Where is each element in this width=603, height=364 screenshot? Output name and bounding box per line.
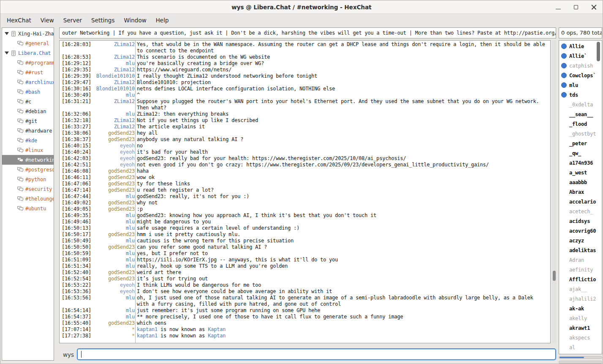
- user-item-ajhalili2[interactable]: ajhalili2: [559, 294, 602, 304]
- message-nick: eyeoh: [94, 288, 135, 295]
- user-item-akspecs[interactable]: akspecs: [559, 333, 602, 342]
- user-item-aczyz[interactable]: aczyz: [559, 236, 602, 245]
- menu-bar: HexChatViewServerSettingsWindowHelp: [0, 14, 603, 27]
- user-list-hscrollbar[interactable]: [559, 356, 602, 359]
- user-item-akrawt1[interactable]: akrawt1: [559, 323, 602, 333]
- tree-item-libera-chat[interactable]: Libera.Chat: [2, 48, 54, 58]
- message-nick: Blondie101010: [94, 86, 135, 92]
- tree-item-rust[interactable]: ##rust: [2, 68, 54, 77]
- tree-item-archlinux[interactable]: #archlinux: [2, 77, 54, 87]
- message-nick: ZLima12: [94, 117, 135, 124]
- menu-item-window[interactable]: Window: [119, 14, 151, 27]
- user-item-abrax[interactable]: Abrax: [559, 187, 602, 197]
- user-item-a174n936[interactable]: a174n936: [559, 158, 602, 168]
- message-timestamp: [16:49:35]: [62, 212, 92, 219]
- user-item-accelario[interactable]: accelario: [559, 197, 602, 206]
- minimize-button[interactable]: [553, 2, 564, 13]
- user-name: aaabbb: [569, 179, 587, 185]
- user-item-acidsys[interactable]: acidsys: [559, 216, 602, 226]
- user-item-adeliktas[interactable]: adeliktas: [559, 245, 602, 255]
- menu-item-view[interactable]: View: [36, 14, 59, 27]
- topic-bar[interactable]: outer Networking | If you have a questio…: [59, 27, 556, 38]
- message-segment: kaptan1: [137, 333, 158, 339]
- user-item-peter[interactable]: _peter: [559, 139, 602, 148]
- user-name: a_west: [569, 170, 587, 176]
- user-item-acovrig60[interactable]: acovrig60: [559, 226, 602, 236]
- tree-item-kde[interactable]: #kde: [2, 136, 54, 145]
- chat-scrollbar-thumb[interactable]: [553, 271, 556, 281]
- user-item-ajak[interactable]: ajak__: [559, 284, 602, 294]
- message-nick: ZLima12: [94, 41, 135, 54]
- user-item-qw[interactable]: _qw_: [559, 148, 602, 158]
- user-item-catphish[interactable]: catphish: [559, 61, 602, 71]
- user-item-afflictio[interactable]: Afflictio: [559, 274, 602, 284]
- tree-item-general[interactable]: #general: [2, 38, 54, 48]
- user-list-scrollbar-thumb[interactable]: [597, 42, 600, 61]
- user-name: acovrig60: [569, 228, 596, 234]
- expander-icon[interactable]: [5, 32, 9, 35]
- chat-scrollbar[interactable]: [552, 40, 557, 343]
- user-item-aaabbb[interactable]: aaabbb: [559, 177, 602, 187]
- user-item-tds[interactable]: tds: [559, 90, 602, 100]
- menu-item-settings[interactable]: Settings: [87, 14, 119, 27]
- tree-item-git[interactable]: #git: [2, 116, 54, 126]
- message-segment: Kaptan: [208, 333, 225, 339]
- tree-item-programming[interactable]: ##programming: [2, 58, 54, 68]
- message-timestamp: [16:49:05]: [62, 206, 92, 212]
- message-timestamp: [16:53:56]: [62, 295, 92, 307]
- user-item-allie[interactable]: Allie`: [559, 51, 602, 61]
- user-item-a-west[interactable]: a_west: [559, 168, 602, 177]
- user-item-aefinity[interactable]: aefinity: [559, 265, 602, 274]
- user-name: _flood: [569, 121, 587, 127]
- user-item-akelly[interactable]: akelly: [559, 313, 602, 323]
- tree-item-hardware[interactable]: #hardware: [2, 126, 54, 136]
- maximize-icon: [574, 5, 578, 9]
- user-item-al[interactable]: al: [559, 342, 602, 352]
- tree-item-debian[interactable]: #debian: [2, 106, 54, 116]
- message-text: Yes, that would be in the WAN namespace.…: [137, 41, 550, 54]
- close-button[interactable]: [588, 2, 599, 13]
- message-text: Blondie101010: projection: [137, 79, 550, 86]
- tree-item-ubuntu[interactable]: #ubuntu: [2, 204, 54, 213]
- channel-icon: [17, 186, 24, 192]
- menu-item-server[interactable]: Server: [59, 14, 87, 27]
- tree-item-xing-hai-zhan[interactable]: Xing-Hai-Zhan: [2, 29, 54, 38]
- message-text: godSend23: knowing how you approach AI, …: [137, 212, 550, 219]
- user-item-acetech[interactable]: acetech_: [559, 206, 602, 216]
- tree-item-python[interactable]: #python: [2, 174, 54, 184]
- tree-item-networking[interactable]: #networking: [2, 155, 54, 165]
- user-item-0xdelta[interactable]: _0xdelta: [559, 100, 602, 109]
- expander-icon[interactable]: [5, 52, 9, 54]
- user-item-mlu[interactable]: mlu: [559, 80, 602, 90]
- user-name: ajhalili2: [569, 296, 596, 302]
- tree-item-security[interactable]: #security: [2, 184, 54, 194]
- user-item-ghostbyt[interactable]: _ghostbyt: [559, 129, 602, 139]
- tree-item-c[interactable]: #c: [2, 97, 54, 106]
- message-text: Not if you set things up like I describe…: [137, 117, 550, 124]
- message-nick: *: [94, 333, 135, 339]
- message-text: ^: [137, 92, 550, 98]
- user-item-cowclops[interactable]: Cowclops`: [559, 71, 602, 80]
- tree-item-postgresql[interactable]: #postgresql: [2, 165, 54, 174]
- tree-item-bash[interactable]: #bash: [2, 87, 54, 97]
- message-input[interactable]: [77, 348, 556, 360]
- tree-item-label: #archlinux: [25, 79, 54, 85]
- menu-item-help[interactable]: Help: [151, 14, 174, 27]
- user-item-allie[interactable]: Allie: [559, 41, 602, 51]
- bottom-hscrollbar[interactable]: [559, 361, 602, 364]
- message-text: yes, but I prefer not to: [137, 250, 550, 257]
- user-item-sean[interactable]: __sean__: [559, 109, 602, 119]
- tree-item-linux[interactable]: #linux: [2, 145, 54, 155]
- tree-item-thelounge[interactable]: #thelounge: [2, 194, 54, 204]
- user-item-ak-ak[interactable]: ak-ak: [559, 304, 602, 313]
- maximize-button[interactable]: [570, 2, 581, 13]
- user-item-flood[interactable]: _flood: [559, 119, 602, 129]
- user-name: __sean__: [569, 111, 593, 117]
- message-nick: godSend23: [94, 231, 135, 238]
- user-item-adran[interactable]: Adran: [559, 255, 602, 265]
- user-list-hscrollbar-thumb[interactable]: [560, 357, 584, 358]
- message-text: it's bad for your health: [137, 149, 550, 155]
- user-name: _ghostbyt: [569, 131, 596, 137]
- menu-item-hexchat[interactable]: HexChat: [2, 14, 36, 27]
- tree-item-label: ##programming: [25, 60, 54, 66]
